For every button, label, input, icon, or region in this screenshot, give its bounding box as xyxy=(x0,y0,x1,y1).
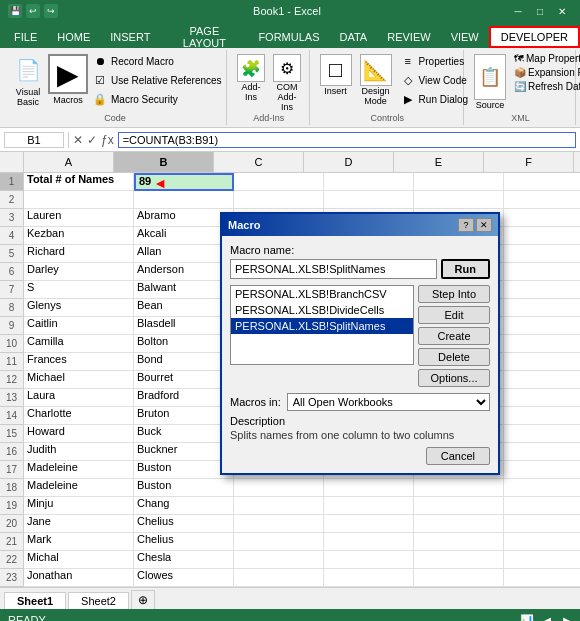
add-ins-icon: 🧩 xyxy=(237,54,265,82)
cell-reference[interactable]: B1 xyxy=(4,132,64,148)
cell-c1[interactable] xyxy=(234,173,324,191)
formula-bar: B1 ✕ ✓ ƒx =COUNTA(B3:B91) xyxy=(0,128,580,152)
col-header-b: B xyxy=(114,152,214,172)
title-bar-controls[interactable]: ─ □ ✕ xyxy=(508,3,572,19)
title-bar: 💾 ↩ ↪ Book1 - Excel ─ □ ✕ xyxy=(0,0,580,22)
sheet-tab-sheet2[interactable]: Sheet2 xyxy=(68,592,129,609)
cell-e1[interactable] xyxy=(414,173,504,191)
view-code-icon: ◇ xyxy=(400,72,416,88)
macro-name-input[interactable] xyxy=(230,259,437,279)
cell-b1[interactable]: 89 ◄ xyxy=(134,173,234,191)
table-row: 2 xyxy=(0,191,580,209)
view-code-button[interactable]: ◇ View Code xyxy=(398,71,470,89)
insert-button[interactable]: □ Insert xyxy=(318,52,354,98)
visual-basic-icon: 📄 xyxy=(12,54,44,86)
tab-insert[interactable]: INSERT xyxy=(100,26,160,48)
macros-button[interactable]: ▶ Macros xyxy=(50,52,86,107)
cell-a1[interactable]: Total # of Names xyxy=(24,173,134,191)
macro-run-button[interactable]: Run xyxy=(441,259,490,279)
tab-developer[interactable]: DEVELOPER xyxy=(489,26,580,48)
properties-button[interactable]: ≡ Properties xyxy=(398,52,470,70)
restore-button[interactable]: □ xyxy=(530,3,550,19)
refresh-data-icon: 🔄 xyxy=(514,81,526,92)
expansion-pack-button[interactable]: 📦 Expansion Pack... xyxy=(512,66,580,79)
sheet-tab-sheet1[interactable]: Sheet1 xyxy=(4,592,66,609)
macro-list[interactable]: PERSONAL.XLSB!BranchCSV PERSONAL.XLSB!Di… xyxy=(230,285,414,365)
delete-button[interactable]: Delete xyxy=(418,348,490,366)
expansion-pack-icon: 📦 xyxy=(514,67,526,78)
cancel-button[interactable]: Cancel xyxy=(426,447,490,465)
scroll-left-icon[interactable]: ◄ xyxy=(542,614,553,621)
cell-f1[interactable] xyxy=(504,173,580,191)
relative-references-button[interactable]: ☑ Use Relative References xyxy=(90,71,224,89)
macros-icon: ▶ xyxy=(48,54,88,94)
run-dialog-button[interactable]: ▶ Run Dialog xyxy=(398,90,470,108)
table-row: 20JaneChelius xyxy=(0,515,580,533)
macros-in-label: Macros in: xyxy=(230,396,281,408)
list-item[interactable]: PERSONAL.XLSB!BranchCSV xyxy=(231,286,413,302)
tab-file[interactable]: FILE xyxy=(4,26,47,48)
col-header-f: F xyxy=(484,152,574,172)
tab-data[interactable]: DATA xyxy=(330,26,378,48)
list-item-selected[interactable]: PERSONAL.XLSB!SplitNames ◄ xyxy=(231,318,413,334)
map-properties-button[interactable]: 🗺 Map Properties xyxy=(512,52,580,65)
table-row: 19MinjuChang xyxy=(0,497,580,515)
com-addins-button[interactable]: ⚙ COMAdd-Ins xyxy=(271,52,303,114)
status-ready: READY xyxy=(8,614,512,621)
xml-group-label: XML xyxy=(466,113,575,123)
add-sheet-button[interactable]: ⊕ xyxy=(131,590,155,609)
ribbon-tabs: FILE HOME INSERT PAGE LAYOUT FORMULAS DA… xyxy=(0,22,580,48)
tab-formulas[interactable]: FORMULAS xyxy=(248,26,329,48)
redo-icon[interactable]: ↪ xyxy=(44,4,58,18)
col-header-a: A xyxy=(24,152,114,172)
record-macro-button[interactable]: ⏺ Record Macro xyxy=(90,52,224,70)
macro-close-button[interactable]: ✕ xyxy=(476,218,492,232)
status-bar: READY 📊 ◄ ► xyxy=(0,609,580,621)
tab-view[interactable]: VIEW xyxy=(441,26,489,48)
cell-d1[interactable] xyxy=(324,173,414,191)
cell-b2[interactable] xyxy=(134,191,234,209)
col-header-e: E xyxy=(394,152,484,172)
create-button[interactable]: Create xyxy=(418,327,490,345)
row-num-1: 1 xyxy=(0,173,24,191)
edit-button[interactable]: Edit xyxy=(418,306,490,324)
table-row: 18MadeleineBuston xyxy=(0,479,580,497)
sheet-tabs: Sheet1 Sheet2 ⊕ xyxy=(0,587,580,609)
ribbon: 📄 VisualBasic ▶ Macros ⏺ Record Macro ☑ … xyxy=(0,48,580,128)
macro-dialog: Macro ? ✕ Macro name: Run PERSONAL.XLSB!… xyxy=(220,212,500,475)
close-button[interactable]: ✕ xyxy=(552,3,572,19)
save-icon[interactable]: 💾 xyxy=(8,4,22,18)
cancel-formula-icon[interactable]: ✕ xyxy=(73,133,83,147)
visual-basic-button[interactable]: 📄 VisualBasic xyxy=(10,52,46,109)
ribbon-group-code: 📄 VisualBasic ▶ Macros ⏺ Record Macro ☑ … xyxy=(4,50,227,125)
confirm-formula-icon[interactable]: ✓ xyxy=(87,133,97,147)
insert-function-icon[interactable]: ƒx xyxy=(101,133,114,147)
macro-name-label: Macro name: xyxy=(230,244,490,256)
tab-review[interactable]: REVIEW xyxy=(377,26,440,48)
design-mode-icon: 📐 xyxy=(360,54,392,86)
ribbon-group-addins: 🧩 Add-Ins ⚙ COMAdd-Ins Add-Ins xyxy=(229,50,310,125)
ribbon-group-controls: □ Insert 📐 DesignMode ≡ Properties ◇ Vie… xyxy=(312,50,464,125)
tab-page-layout[interactable]: PAGE LAYOUT xyxy=(160,26,248,48)
undo-icon[interactable]: ↩ xyxy=(26,4,40,18)
ribbon-group-xml: 📋 Source 🗺 Map Properties 📦 Expansion Pa… xyxy=(466,50,576,125)
add-ins-button[interactable]: 🧩 Add-Ins xyxy=(235,52,267,104)
macro-security-button[interactable]: 🔒 Macro Security xyxy=(90,90,224,108)
scroll-right-icon[interactable]: ► xyxy=(561,614,572,621)
refresh-data-button[interactable]: 🔄 Refresh Data xyxy=(512,80,580,93)
tab-home[interactable]: HOME xyxy=(47,26,100,48)
com-addins-icon: ⚙ xyxy=(273,54,301,82)
minimize-button[interactable]: ─ xyxy=(508,3,528,19)
design-mode-button[interactable]: 📐 DesignMode xyxy=(358,52,394,108)
list-item[interactable]: PERSONAL.XLSB!DivideCells xyxy=(231,302,413,318)
options-button[interactable]: Options... xyxy=(418,369,490,387)
formula-input[interactable]: =COUNTA(B3:B91) xyxy=(118,132,576,148)
macro-help-button[interactable]: ? xyxy=(458,218,474,232)
source-icon: 📋 xyxy=(474,54,506,100)
step-into-button[interactable]: Step Into xyxy=(418,285,490,303)
record-macro-icon: ⏺ xyxy=(92,53,108,69)
insert-icon: □ xyxy=(320,54,352,86)
macros-in-select[interactable]: All Open Workbooks This Workbook PERSONA… xyxy=(287,393,490,411)
source-button[interactable]: 📋 Source xyxy=(472,52,508,112)
cell-a2[interactable] xyxy=(24,191,134,209)
